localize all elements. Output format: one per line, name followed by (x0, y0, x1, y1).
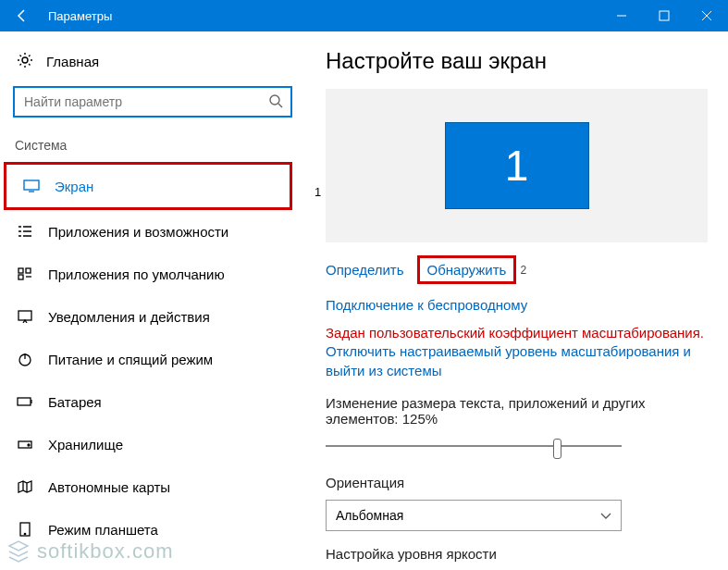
map-icon (17, 478, 33, 495)
close-button[interactable] (685, 0, 728, 31)
scale-label: Изменение размера текста, приложений и д… (326, 395, 708, 427)
battery-icon (17, 393, 33, 410)
home-label: Главная (46, 54, 99, 69)
scale-slider[interactable] (326, 436, 622, 458)
monitor-tile[interactable]: 1 (445, 122, 589, 209)
scaling-warning: Задан пользовательский коэффициент масшт… (326, 324, 708, 342)
annotation-2: 2 (520, 264, 526, 277)
display-preview: 1 (326, 89, 708, 242)
brightness-label: Настройка уровня яркости (326, 546, 708, 562)
sidebar-item-battery[interactable]: Батарея (0, 380, 305, 423)
search-icon (268, 93, 283, 112)
sidebar-item-default-apps[interactable]: Приложения по умолчанию (0, 253, 305, 295)
sidebar-item-label: Экран (55, 179, 93, 194)
svg-rect-3 (24, 180, 39, 190)
minimize-button[interactable] (600, 0, 643, 31)
sidebar-item-label: Приложения и возможности (48, 224, 228, 240)
sidebar-item-label: Батарея (48, 394, 102, 410)
display-icon (23, 178, 40, 194)
tablet-icon (17, 521, 33, 538)
svg-rect-5 (26, 268, 31, 273)
svg-point-11 (28, 444, 30, 446)
wireless-link[interactable]: Подключение к беспроводному (326, 297, 527, 313)
annotation-1: 1 (315, 185, 321, 199)
sidebar-item-label: Автономные карты (48, 479, 170, 495)
svg-rect-0 (660, 11, 669, 20)
search-input[interactable] (13, 86, 292, 118)
sidebar-item-display[interactable]: Экран (6, 165, 290, 207)
detect-link[interactable]: Обнаружить (427, 262, 507, 278)
window-title: Параметры (44, 9, 600, 23)
sidebar-item-label: Уведомления и действия (48, 309, 210, 325)
svg-rect-6 (19, 275, 23, 279)
storage-icon (17, 436, 33, 452)
sidebar-item-label: Хранилище (48, 437, 123, 452)
orientation-select[interactable]: Альбомная (326, 500, 622, 531)
sidebar-item-apps-features[interactable]: Приложения и возможности (0, 210, 305, 253)
sidebar: Главная Система Экран 1 Приложения и воз… (0, 31, 305, 570)
orientation-label: Ориентация (326, 475, 708, 490)
section-label: Система (0, 132, 305, 162)
svg-point-1 (22, 57, 28, 63)
page-title: Настройте ваш экран (326, 48, 708, 74)
watermark: softikbox.com (6, 539, 174, 564)
svg-rect-4 (19, 268, 23, 273)
svg-rect-7 (19, 311, 31, 320)
identify-link[interactable]: Определить (326, 262, 404, 278)
list-icon (17, 223, 33, 240)
power-icon (17, 351, 33, 367)
maximize-button[interactable] (643, 0, 685, 31)
back-button[interactable] (0, 0, 44, 31)
notification-icon (17, 308, 33, 325)
chevron-down-icon (600, 508, 611, 523)
main-panel: Настройте ваш экран 1 Определить Обнаруж… (305, 31, 728, 570)
sidebar-item-storage[interactable]: Хранилище (0, 423, 305, 465)
disable-scaling-link[interactable]: Отключить настраиваемый уровень масштаби… (326, 342, 708, 380)
home-link[interactable]: Главная (0, 44, 305, 82)
svg-point-13 (24, 533, 25, 534)
sidebar-item-power[interactable]: Питание и спящий режим (0, 338, 305, 380)
sidebar-item-label: Приложения по умолчанию (48, 266, 225, 282)
sidebar-item-notifications[interactable]: Уведомления и действия (0, 295, 305, 338)
sidebar-item-label: Режим планшета (48, 522, 158, 538)
gear-icon (17, 52, 33, 71)
svg-point-2 (270, 95, 279, 105)
sidebar-item-label: Питание и спящий режим (48, 352, 213, 367)
grid-icon (17, 266, 33, 282)
svg-rect-9 (18, 398, 31, 405)
sidebar-item-offline-maps[interactable]: Автономные карты (0, 465, 305, 508)
titlebar: Параметры (0, 0, 728, 31)
